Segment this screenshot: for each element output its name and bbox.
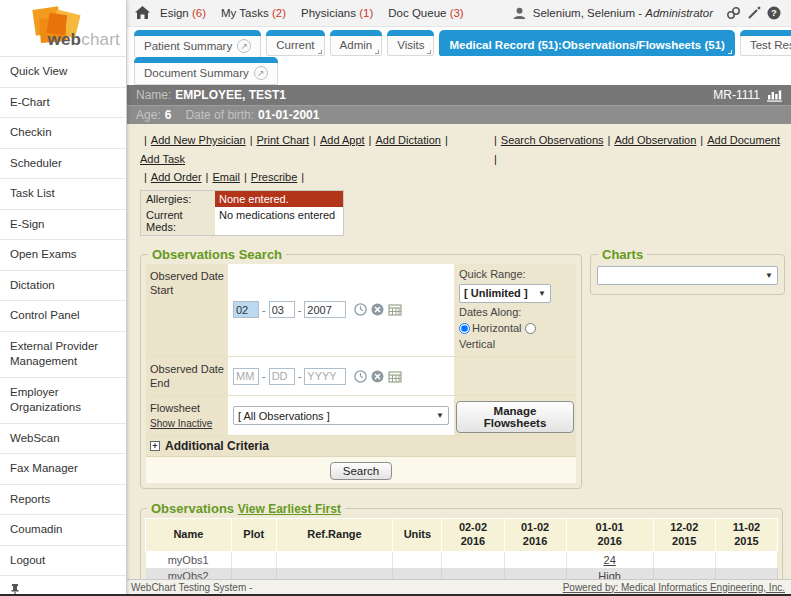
charts-select[interactable]: ▼ (597, 266, 778, 285)
sidebar-item-coumadin[interactable]: Coumadin (0, 514, 126, 545)
action-link[interactable]: Add Document (707, 131, 780, 150)
chart-action-links-row1: |Add New Physician|Print Chart|Add Appt|… (140, 131, 785, 168)
end-year-input[interactable] (304, 368, 346, 385)
current-meds-link[interactable]: Current Meds: (146, 209, 183, 233)
start-month-input[interactable] (233, 301, 259, 318)
patient-age: 6 (165, 108, 172, 122)
sidebar-item-dictation[interactable]: Dictation (0, 270, 126, 301)
clock-icon[interactable] (354, 370, 367, 383)
sidebar-item-fax-manager[interactable]: Fax Manager (0, 453, 126, 484)
manage-flowsheets-button[interactable]: Manage Flowsheets (456, 401, 574, 433)
powered-by-link[interactable]: Powered by: Medical Informatics Engineer… (563, 582, 785, 593)
tab-label: Patient Summary (144, 40, 232, 52)
sidebar-pin-row (0, 575, 126, 596)
value-cell (442, 551, 504, 568)
help-icon[interactable]: ? (767, 6, 781, 20)
end-month-input[interactable] (233, 368, 259, 385)
column-header[interactable]: Plot (231, 519, 276, 552)
tab[interactable]: Admin (330, 35, 383, 56)
popout-icon[interactable]: ↗ (254, 66, 268, 80)
sidebar-item-scheduler[interactable]: Scheduler (0, 148, 126, 179)
column-header[interactable]: 02-022016 (442, 519, 504, 552)
search-button[interactable]: Search (330, 462, 392, 480)
tab[interactable]: Document Summary↗ (134, 62, 278, 85)
action-link[interactable]: Add Dictation (375, 131, 440, 150)
chart-action-links-row2: |Add Order|Email|Prescribe| (140, 168, 785, 187)
tab[interactable]: Test Results (740, 35, 791, 56)
tab-label: Admin (340, 39, 373, 51)
action-link[interactable]: Email (212, 168, 240, 187)
logged-in-user[interactable]: Selenium, Selenium - Administrator (533, 7, 713, 19)
sidebar-item-open-exams[interactable]: Open Exams (0, 239, 126, 270)
calendar-icon[interactable] (388, 303, 402, 316)
clock-icon[interactable] (354, 303, 367, 316)
additional-criteria-toggle[interactable]: + Additional Criteria (146, 436, 576, 457)
value-cell (504, 551, 566, 568)
sidebar-item-employer-organizations[interactable]: Employer Organizations (0, 377, 126, 423)
column-header[interactable]: 01-022016 (504, 519, 566, 552)
column-header[interactable]: Units (393, 519, 442, 552)
calendar-icon[interactable] (388, 370, 402, 383)
action-link[interactable]: Search Observations (501, 131, 604, 150)
sidebar-item-reports[interactable]: Reports (0, 484, 126, 515)
tab[interactable]: Visits (387, 35, 434, 56)
start-year-input[interactable] (304, 301, 346, 318)
column-header[interactable]: 12-022015 (653, 519, 715, 552)
sidebar-item-external-provider-management[interactable]: External Provider Management (0, 331, 126, 377)
sidebar-item-e-sign[interactable]: E-Sign (0, 209, 126, 240)
home-icon[interactable] (135, 6, 150, 20)
tab[interactable]: Current (266, 35, 324, 56)
action-link[interactable]: Add Appt (320, 131, 365, 150)
tab-strip: Patient Summary↗CurrentAdminVisitsMedica… (127, 27, 791, 85)
sidebar-item-webscan[interactable]: WebScan (0, 423, 126, 454)
start-day-input[interactable] (269, 301, 295, 318)
column-header[interactable]: Ref.Range (276, 519, 393, 552)
observations-search-panel: Observations Search Observed Date Start … (140, 247, 582, 489)
horizontal-radio[interactable] (459, 323, 470, 334)
link-icon[interactable] (726, 6, 741, 20)
action-link[interactable]: Add Order (151, 168, 202, 187)
action-link[interactable]: Add Observation (614, 131, 696, 150)
column-header[interactable]: 01-012016 (566, 519, 653, 552)
sidebar-item-e-chart[interactable]: E-Chart (0, 87, 126, 118)
observation-value-link[interactable]: 24 (604, 554, 616, 566)
column-header[interactable]: 11-022015 (715, 519, 777, 552)
sidebar-item-control-panel[interactable]: Control Panel (0, 300, 126, 331)
show-inactive-link[interactable]: Show Inactive (150, 418, 212, 429)
action-link[interactable]: Prescribe (251, 168, 297, 187)
view-earliest-first-link[interactable]: View Earliest First (238, 502, 341, 516)
tab[interactable]: Patient Summary↗ (134, 35, 261, 58)
sidebar-item-task-list[interactable]: Task List (0, 178, 126, 209)
popout-icon[interactable]: ↗ (237, 39, 251, 53)
nav-item[interactable]: My Tasks (2) (221, 7, 286, 19)
chevron-down-icon: ▼ (532, 288, 546, 300)
quick-range-select[interactable]: [ Unlimited ]▼ (459, 284, 551, 303)
tab[interactable]: Medical Record (51):Observations/Flowshe… (439, 35, 734, 56)
pin-icon[interactable] (10, 583, 20, 596)
observations-legend: Observations (151, 501, 234, 516)
sidebar-item-quick-view[interactable]: Quick View (0, 57, 126, 87)
chart-icon[interactable] (766, 89, 782, 102)
action-link[interactable]: Add New Physician (151, 131, 246, 150)
end-day-input[interactable] (269, 368, 295, 385)
expand-plus-icon[interactable]: + (150, 441, 160, 451)
allergies-meds-box: Allergies: None entered. Current Meds: N… (140, 190, 344, 236)
clear-date-icon[interactable] (371, 370, 384, 383)
clear-date-icon[interactable] (371, 303, 384, 316)
name-label: Name: (136, 88, 171, 102)
nav-item[interactable]: Esign (6) (160, 7, 206, 19)
sidebar-item-checkin[interactable]: Checkin (0, 117, 126, 148)
sidebar-item-logout[interactable]: Logout (0, 545, 126, 576)
flowsheet-select[interactable]: [ All Observations ]▼ (233, 406, 449, 425)
observations-search-legend: Observations Search (148, 247, 286, 262)
action-link[interactable]: Print Chart (257, 131, 310, 150)
action-link[interactable]: Add Task (140, 150, 185, 169)
allergies-link[interactable]: Allergies: (146, 193, 191, 205)
column-header[interactable]: Name (146, 519, 232, 552)
wand-icon[interactable] (747, 6, 761, 20)
flowsheet-label: Flowsheet (150, 402, 200, 414)
nav-item[interactable]: Physicians (1) (301, 7, 373, 19)
nav-item[interactable]: Doc Queue (3) (388, 7, 463, 19)
vertical-radio[interactable] (525, 323, 536, 334)
webchart-logo[interactable]: webchart (0, 0, 126, 57)
